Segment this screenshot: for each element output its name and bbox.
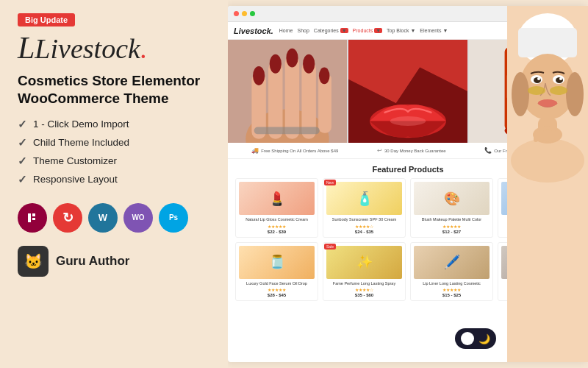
product-name-2: Sunbody Sunscreen SPF 30 Cream: [326, 217, 402, 222]
product-stars-7: ★★★★★: [414, 287, 490, 292]
product-card-3: 🎨 Blush Makeup Palette Multi Color ★★★★★…: [410, 178, 493, 238]
hero-image-2: [348, 40, 467, 143]
truck-icon: 🚚: [251, 147, 259, 154]
product-name-3: Blush Makeup Palette Multi Color: [414, 217, 490, 222]
svg-point-10: [253, 66, 265, 85]
product-img-2: 🧴: [326, 182, 402, 215]
big-update-badge: Big Update: [18, 13, 75, 26]
svg-point-35: [512, 72, 529, 116]
svg-rect-51: [545, 129, 550, 142]
feature-list: ✓1 - Click Demo Import ✓Child Theme Incl…: [18, 118, 210, 191]
theme-title: Cosmetics Store Elementor WooCommerce Th…: [18, 72, 210, 107]
check-icon-1: ✓: [18, 118, 27, 131]
product-card-5: 🫙 Luxury Gold Face Serum Oil Drop ★★★★★ …: [235, 242, 318, 302]
product-card-7: 🖊️ Lip Liner Long Lasting Cosmetic ★★★★★…: [410, 242, 493, 302]
product-badge-6: Sale: [324, 244, 336, 250]
product-card-2: New 🧴 Sunbody Sunscreen SPF 30 Cream ★★★…: [323, 178, 406, 238]
product-stars-6: ★★★★☆: [326, 287, 402, 292]
product-price-7: $15 - $25: [414, 293, 490, 297]
product-stars-3: ★★★★★: [414, 224, 490, 229]
product-stars-5: ★★★★★: [239, 287, 315, 292]
product-card-1: 💄 Natural Lip Gloss Cosmetic Cream ★★★★★…: [235, 178, 318, 238]
left-panel: Big Update LLivestock. Cosmetics Store E…: [0, 0, 228, 368]
dark-mode-toggle[interactable]: 🌙: [455, 328, 496, 349]
product-card-6: Sale ✨ Fame Perfume Long Lasting Spray ★…: [323, 242, 406, 302]
svg-point-43: [538, 99, 557, 107]
phone-icon: 📞: [484, 147, 492, 154]
product-img-3: 🎨: [414, 182, 490, 215]
svg-point-42: [559, 77, 562, 80]
svg-rect-0: [28, 213, 31, 222]
svg-point-44: [528, 86, 545, 95]
svg-rect-7: [285, 55, 299, 138]
photoshop-icon: Ps: [159, 203, 188, 233]
svg-point-11: [270, 54, 282, 74]
tech-badges-row: ↻ W WO Ps: [18, 203, 210, 233]
product-price-3: $12 - $27: [414, 230, 490, 234]
product-badge-2: New: [324, 180, 336, 185]
product-price-6: $35 - $60: [326, 293, 402, 297]
product-name-5: Luxury Gold Face Serum Oil Drop: [239, 281, 315, 286]
check-icon-4: ✓: [18, 173, 27, 186]
hero-image-1: [228, 40, 347, 143]
guru-author-row: 🐱 Guru Author: [18, 246, 210, 277]
shipping-item-2: ↩ 30 Day Money Back Guarantee: [377, 147, 446, 154]
woocommerce-icon: WO: [123, 203, 153, 233]
shipping-item-1: 🚚 Free Shipping On All Orders Above $49: [251, 147, 338, 154]
svg-point-12: [286, 49, 298, 68]
logo: LLivestock.: [18, 31, 210, 65]
browser-maximize-dot: [250, 11, 255, 16]
check-icon-2: ✓: [18, 136, 27, 149]
svg-rect-15: [254, 127, 320, 135]
toggle-circle: [461, 332, 474, 345]
woman-model-image: [507, 6, 588, 362]
product-stars-1: ★★★★★: [239, 224, 315, 229]
browser-close-dot: [234, 11, 239, 16]
svg-point-14: [319, 68, 330, 85]
product-name-7: Lip Liner Long Lasting Cosmetic: [414, 281, 490, 286]
svg-rect-2: [32, 218, 35, 220]
product-img-5: 🫙: [239, 246, 315, 279]
product-name-6: Fame Perfume Long Lasting Spray: [326, 281, 402, 286]
store-preview: Livestock. Home Shop Categories ▼ Produc…: [228, 6, 588, 362]
store-nav: Home Shop Categories ▼ Products ▼ Top Bl…: [279, 28, 543, 33]
svg-rect-1: [32, 213, 35, 216]
svg-rect-50: [539, 130, 544, 142]
product-img-7: 🖊️: [414, 246, 490, 279]
svg-point-20: [390, 116, 426, 126]
svg-point-41: [537, 77, 540, 80]
product-img-1: 💄: [239, 182, 315, 215]
product-price-1: $22 - $39: [239, 230, 315, 234]
product-img-6: ✨: [326, 246, 402, 279]
guru-icon: 🐱: [18, 246, 49, 277]
feature-item-1: ✓1 - Click Demo Import: [18, 118, 210, 131]
moon-icon: 🌙: [478, 333, 490, 344]
feature-item-2: ✓Child Theme Included: [18, 136, 210, 149]
svg-rect-49: [534, 131, 538, 142]
store-logo: Livestock.: [234, 26, 273, 35]
svg-point-36: [566, 72, 584, 116]
feature-item-3: ✓Theme Customizer: [18, 155, 210, 168]
return-icon: ↩: [377, 147, 382, 154]
svg-point-13: [303, 54, 315, 74]
elementor-icon: [18, 203, 47, 233]
feature-item-4: ✓Responsive Layout: [18, 173, 210, 186]
product-price-2: $24 - $35: [326, 230, 402, 234]
svg-rect-52: [551, 130, 556, 142]
browser-minimize-dot: [242, 11, 247, 16]
refresh-icon: ↻: [53, 203, 82, 233]
svg-rect-33: [518, 28, 577, 57]
wordpress-icon: W: [88, 203, 118, 233]
check-icon-3: ✓: [18, 155, 27, 168]
svg-point-47: [511, 138, 584, 183]
product-price-5: $28 - $45: [239, 293, 315, 297]
product-name-1: Natural Lip Gloss Cosmetic Cream: [239, 217, 315, 222]
guru-label: Guru Author: [56, 254, 129, 269]
svg-point-45: [550, 86, 567, 95]
product-stars-2: ★★★★☆: [326, 224, 402, 229]
